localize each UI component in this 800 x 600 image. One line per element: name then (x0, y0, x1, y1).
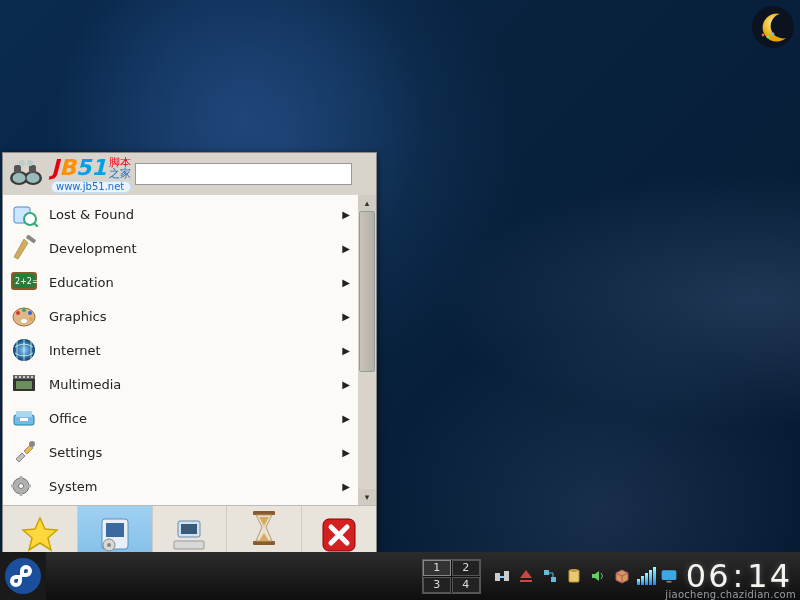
svg-rect-40 (28, 485, 31, 488)
svg-point-3 (772, 33, 775, 36)
hourglass-icon (241, 506, 287, 550)
eject-icon[interactable] (517, 567, 535, 585)
applications-icon (92, 513, 138, 557)
svg-rect-28 (27, 376, 29, 378)
category-system[interactable]: System ▶ (3, 469, 358, 503)
svg-rect-25 (15, 376, 17, 378)
svg-rect-26 (19, 376, 21, 378)
svg-rect-59 (661, 570, 676, 580)
svg-point-7 (27, 173, 40, 183)
star-icon (17, 513, 63, 557)
fedora-start-button[interactable] (0, 552, 46, 600)
svg-rect-47 (174, 541, 204, 549)
day-night-widget[interactable] (750, 4, 796, 50)
svg-point-19 (28, 311, 32, 315)
category-label: Settings (49, 445, 332, 460)
scroll-track[interactable] (358, 211, 376, 489)
scroll-thumb[interactable] (359, 211, 375, 372)
category-label: Development (49, 241, 332, 256)
scroll-down-button[interactable]: ▾ (358, 489, 376, 505)
chevron-right-icon: ▶ (342, 481, 350, 492)
svg-rect-52 (495, 573, 500, 581)
leave-icon (316, 513, 362, 557)
start-menu-body: Lost & Found ▶ Development ▶ 2+2=4 Educa… (3, 195, 376, 505)
category-office[interactable]: Office ▶ (3, 401, 358, 435)
category-label: Internet (49, 343, 332, 358)
search-input[interactable] (135, 163, 352, 185)
svg-rect-29 (31, 376, 33, 378)
lost-found-icon (9, 200, 39, 228)
graphics-icon (9, 302, 39, 330)
svg-rect-32 (16, 411, 32, 417)
multimedia-icon (9, 370, 39, 398)
svg-point-6 (13, 173, 26, 183)
binoculars-icon (7, 158, 45, 190)
chevron-right-icon: ▶ (342, 379, 350, 390)
category-graphics[interactable]: Graphics ▶ (3, 299, 358, 333)
category-lost-and-found[interactable]: Lost & Found ▶ (3, 197, 358, 231)
category-scrollbar[interactable]: ▴ ▾ (358, 195, 376, 505)
svg-rect-48 (253, 511, 275, 515)
volume-level-icon[interactable] (637, 567, 656, 585)
svg-rect-54 (520, 580, 532, 582)
svg-point-44 (107, 543, 111, 547)
pager-desktop-4[interactable]: 4 (452, 577, 480, 593)
system-tray (487, 567, 637, 585)
svg-rect-49 (253, 541, 275, 545)
svg-rect-53 (504, 571, 509, 581)
svg-point-2 (767, 36, 770, 39)
svg-line-12 (34, 223, 38, 227)
display-tray-icon[interactable] (660, 567, 678, 585)
pager-desktop-2[interactable]: 2 (452, 560, 480, 576)
chevron-right-icon: ▶ (342, 243, 350, 254)
svg-rect-39 (11, 485, 14, 488)
computer-icon (166, 513, 212, 557)
category-label: Multimedia (49, 377, 332, 392)
category-label: Lost & Found (49, 207, 332, 222)
svg-point-20 (29, 317, 33, 321)
connection-icon[interactable] (493, 567, 511, 585)
svg-rect-42 (106, 523, 124, 537)
development-icon (9, 234, 39, 262)
clock-hours: 06 (686, 557, 731, 595)
category-settings[interactable]: Settings ▶ (3, 435, 358, 469)
category-list: Lost & Found ▶ Development ▶ 2+2=4 Educa… (3, 195, 358, 505)
category-development[interactable]: Development ▶ (3, 231, 358, 265)
svg-text:2+2=4: 2+2=4 (15, 277, 38, 286)
category-label: System (49, 479, 332, 494)
clock-minutes: 14 (747, 557, 792, 595)
svg-point-18 (22, 308, 26, 312)
clipboard-icon[interactable] (565, 567, 583, 585)
settings-icon (9, 438, 39, 466)
system-icon (9, 472, 39, 500)
svg-rect-46 (181, 524, 197, 534)
watermark-logo: JB51 脚本之家 www.jb51.net (51, 155, 131, 193)
package-icon[interactable] (613, 567, 631, 585)
chevron-right-icon: ▶ (342, 447, 350, 458)
office-icon (9, 404, 39, 432)
chevron-right-icon: ▶ (342, 413, 350, 424)
category-education[interactable]: 2+2=4 Education ▶ (3, 265, 358, 299)
start-menu: JB51 脚本之家 www.jb51.net Lost & Found ▶ (2, 152, 377, 552)
category-multimedia[interactable]: Multimedia ▶ (3, 367, 358, 401)
pager-desktop-1[interactable]: 1 (423, 560, 451, 576)
desktop-wallpaper: JB51 脚本之家 www.jb51.net Lost & Found ▶ (0, 0, 800, 600)
desktop-pager[interactable]: 1 2 3 4 (422, 559, 481, 594)
svg-rect-37 (20, 476, 23, 479)
svg-rect-30 (16, 381, 32, 389)
category-label: Graphics (49, 309, 332, 324)
svg-point-9 (27, 160, 33, 166)
scroll-up-button[interactable]: ▴ (358, 195, 376, 211)
taskbar-clock[interactable]: 06:14 (682, 557, 800, 595)
category-label: Office (49, 411, 332, 426)
chevron-right-icon: ▶ (342, 311, 350, 322)
category-internet[interactable]: Internet ▶ (3, 333, 358, 367)
network-icon[interactable] (541, 567, 559, 585)
chevron-right-icon: ▶ (342, 277, 350, 288)
svg-point-36 (19, 484, 24, 489)
volume-icon[interactable] (589, 567, 607, 585)
pager-desktop-3[interactable]: 3 (423, 577, 451, 593)
internet-icon (9, 336, 39, 364)
svg-rect-55 (544, 570, 549, 575)
education-icon: 2+2=4 (9, 268, 39, 296)
